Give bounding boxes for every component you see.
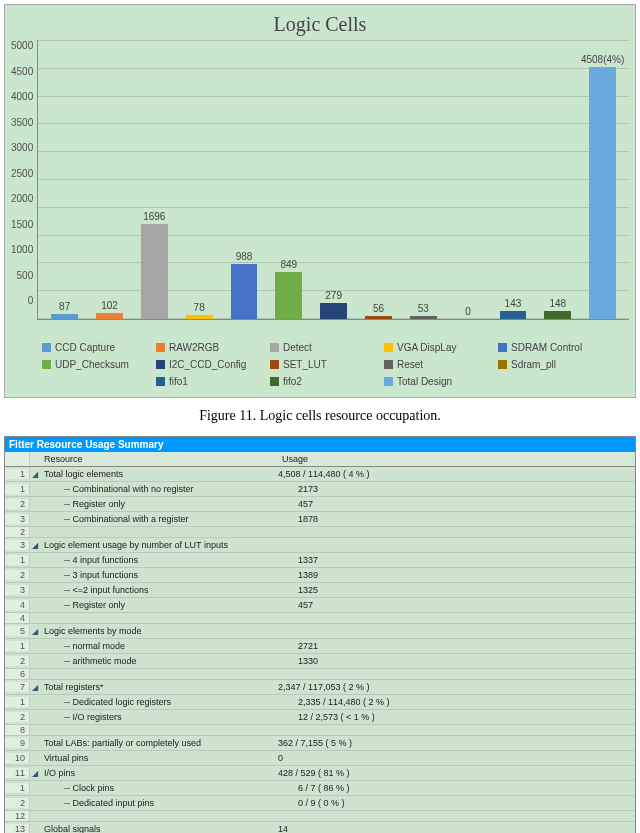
- legend-swatch: [156, 343, 165, 352]
- legend-swatch: [270, 343, 279, 352]
- row-number: 5: [5, 626, 30, 636]
- header-usage: Usage: [278, 452, 635, 466]
- row-number: 3: [5, 585, 30, 595]
- table-row: 5◢Logic elements by mode: [5, 624, 635, 639]
- resource-name: -- Clock pins: [40, 783, 294, 793]
- row-number: 3: [5, 514, 30, 524]
- expand-icon[interactable]: ◢: [30, 470, 40, 479]
- bar-total-design: 4508(4%): [580, 40, 625, 319]
- bar: [275, 272, 302, 319]
- bar: [589, 67, 616, 319]
- row-number: 1: [5, 469, 30, 479]
- table-row: 1-- Dedicated logic registers2,335 / 114…: [5, 695, 635, 710]
- usage-value: 2,335 / 114,480 ( 2 % ): [294, 697, 635, 707]
- row-number: 2: [5, 656, 30, 666]
- legend-swatch: [270, 360, 279, 369]
- y-tick: 0: [28, 295, 34, 306]
- usage-value: 2,347 / 117,053 ( 2 % ): [274, 682, 635, 692]
- y-tick: 5000: [11, 40, 33, 51]
- legend-swatch: [384, 377, 393, 386]
- usage-value: 1325: [294, 585, 635, 595]
- legend-swatch: [42, 360, 51, 369]
- bar-value-label: 87: [59, 301, 70, 312]
- y-tick: 2000: [11, 193, 33, 204]
- fitter-resource-table: Fitter Resource Usage Summary Resource U…: [4, 436, 636, 833]
- expand-icon[interactable]: ◢: [30, 541, 40, 550]
- usage-value: 12 / 2,573 ( < 1 % ): [294, 712, 635, 722]
- resource-name: -- arithmetic mode: [40, 656, 294, 666]
- chart-legend: CCD CaptureRAW2RGBDetectVGA DispLaySDRAM…: [11, 338, 629, 391]
- y-tick: 4500: [11, 66, 33, 77]
- legend-swatch: [384, 360, 393, 369]
- usage-value: 14: [274, 824, 635, 833]
- legend-label: Reset: [397, 359, 423, 370]
- legend-label: SDRAM Control: [511, 342, 582, 353]
- bar: [186, 315, 213, 319]
- legend-item: I2C_CCD_Config: [156, 359, 256, 370]
- row-number: 6: [5, 669, 30, 679]
- usage-value: 428 / 529 ( 81 % ): [274, 768, 635, 778]
- table-row: 2-- 3 input functions1389: [5, 568, 635, 583]
- legend-label: I2C_CCD_Config: [169, 359, 246, 370]
- y-tick: 500: [17, 270, 34, 281]
- legend-swatch: [270, 377, 279, 386]
- legend-item: fifo1: [156, 376, 256, 387]
- usage-value: 457: [294, 600, 635, 610]
- expand-icon[interactable]: ◢: [30, 683, 40, 692]
- resource-name: -- Dedicated input pins: [40, 798, 294, 808]
- table-row: 8: [5, 725, 635, 736]
- bar-detect: 1696: [132, 40, 177, 319]
- row-number: 4: [5, 613, 30, 623]
- resource-name: -- <=2 input functions: [40, 585, 294, 595]
- legend-item: Detect: [270, 342, 370, 353]
- resource-name: Virtual pins: [40, 753, 274, 763]
- bar-reset: 53: [401, 40, 446, 319]
- bar-value-label: 849: [280, 259, 297, 270]
- expand-icon[interactable]: ◢: [30, 627, 40, 636]
- bar-vga-display: 78: [177, 40, 222, 319]
- legend-label: fifo1: [169, 376, 188, 387]
- row-number: 10: [5, 753, 30, 763]
- bar-sdram-pll: 0: [446, 40, 491, 319]
- table-row: 9Total LABs: partially or completely use…: [5, 736, 635, 751]
- table-row: 1-- 4 input functions1337: [5, 553, 635, 568]
- y-axis: 5000450040003500300025002000150010005000: [11, 40, 37, 320]
- table-row: 2: [5, 527, 635, 538]
- expand-icon[interactable]: ◢: [30, 769, 40, 778]
- usage-value: 2721: [294, 641, 635, 651]
- legend-label: RAW2RGB: [169, 342, 219, 353]
- bar-fifo2: 148: [535, 40, 580, 319]
- row-number: 11: [5, 768, 30, 778]
- logic-cells-chart: Logic Cells 5000450040003500300025002000…: [4, 4, 636, 398]
- usage-value: 1389: [294, 570, 635, 580]
- legend-label: SET_LUT: [283, 359, 327, 370]
- legend-swatch: [156, 360, 165, 369]
- usage-value: 4,508 / 114,480 ( 4 % ): [274, 469, 635, 479]
- row-number: 8: [5, 725, 30, 735]
- row-number: 2: [5, 570, 30, 580]
- usage-value: 1330: [294, 656, 635, 666]
- row-number: 1: [5, 783, 30, 793]
- y-tick: 3500: [11, 117, 33, 128]
- bar-raw2rgb: 102: [87, 40, 132, 319]
- resource-name: -- 3 input functions: [40, 570, 294, 580]
- row-number: 1: [5, 641, 30, 651]
- resource-name: I/O pins: [40, 768, 274, 778]
- row-number: 1: [5, 555, 30, 565]
- y-tick: 1500: [11, 219, 33, 230]
- table-row: 6: [5, 669, 635, 680]
- resource-name: Logic element usage by number of LUT inp…: [40, 540, 274, 550]
- legend-item: SDRAM Control: [498, 342, 598, 353]
- bar-fifo1: 143: [491, 40, 536, 319]
- legend-item: VGA DispLay: [384, 342, 484, 353]
- usage-value: 457: [294, 499, 635, 509]
- resource-name: -- Combinational with a register: [40, 514, 294, 524]
- legend-item: Sdram_pll: [498, 359, 598, 370]
- table-row: 3◢Logic element usage by number of LUT i…: [5, 538, 635, 553]
- table-row: 2-- Register only457: [5, 497, 635, 512]
- table-row: 2-- Dedicated input pins0 / 9 ( 0 % ): [5, 796, 635, 811]
- y-tick: 2500: [11, 168, 33, 179]
- y-tick: 4000: [11, 91, 33, 102]
- table-row: 7◢Total registers*2,347 / 117,053 ( 2 % …: [5, 680, 635, 695]
- resource-name: -- 4 input functions: [40, 555, 294, 565]
